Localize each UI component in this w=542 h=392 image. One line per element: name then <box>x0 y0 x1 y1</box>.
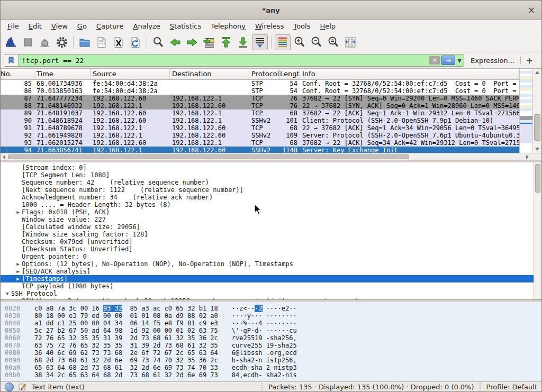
menu-capture[interactable]: Capture <box>92 21 129 31</box>
intelligent-scrollbar[interactable] <box>519 69 532 153</box>
hex-row[interactable]: 006072 76 65 32 35 35 31 39 2d 73 68 61 … <box>1 334 541 342</box>
profile-text[interactable]: Profile: Default <box>486 383 537 391</box>
details-vscrollbar[interactable] <box>534 162 541 299</box>
hex-row[interactable]: 00a065 63 64 68 2d 73 68 61 32 2d 6e 69 … <box>1 364 541 371</box>
menu-file[interactable]: File <box>3 21 24 31</box>
reload-file-icon[interactable] <box>128 34 143 50</box>
packet-row-90[interactable]: 9071.648618924192.168.122.60192.168.122.… <box>1 117 519 124</box>
detail-line[interactable]: Window size value: 227 <box>1 216 541 223</box>
go-to-top-icon[interactable] <box>218 34 234 50</box>
go-back-icon[interactable] <box>167 34 183 50</box>
go-to-packet-icon[interactable] <box>201 34 217 50</box>
menu-view[interactable]: View <box>47 21 73 31</box>
hex-row[interactable]: 0040a1 dd c1 25 00 00 04 34 06 14 f5 e8 … <box>1 320 541 327</box>
detail-line[interactable]: ▶[Timestamps] <box>1 275 541 282</box>
packet-row-88[interactable]: 8871.648146932192.168.122.1192.168.122.6… <box>1 102 519 110</box>
column-header-source[interactable]: Source <box>91 69 170 79</box>
detail-line[interactable]: [Calculated window size: 29056] <box>1 223 541 231</box>
capture-options-icon[interactable] <box>54 34 70 50</box>
packet-row-93[interactable]: 9371.662015274192.168.122.60192.168.122.… <box>1 139 519 147</box>
packet-row-91[interactable]: 9171.648789678192.168.122.1192.168.122.6… <box>1 124 519 132</box>
menu-help[interactable]: Help <box>315 21 340 31</box>
filter-clear-icon[interactable]: ✕ <box>429 56 440 65</box>
menu-telephony[interactable]: Telephony <box>206 21 250 31</box>
detail-line[interactable]: [Stream index: 0] <box>1 164 541 171</box>
packet-row-94[interactable]: 9471.663856741192.168.122.1192.168.122.6… <box>1 147 519 153</box>
column-header-no[interactable]: No. <box>1 69 34 79</box>
filter-apply-icon[interactable]: → <box>441 56 455 65</box>
menu-statistics[interactable]: Statistics <box>165 21 206 31</box>
menu-tools[interactable]: Tools <box>288 21 315 31</box>
column-header-info[interactable]: Info <box>300 69 519 79</box>
detail-line[interactable]: TCP payload (1080 bytes) <box>1 282 541 290</box>
menu-edit[interactable]: Edit <box>24 21 47 31</box>
menu-wireless[interactable]: Wireless <box>250 21 288 31</box>
detail-line[interactable]: Urgent pointer: 0 <box>1 253 541 260</box>
expander-closed-icon[interactable]: ▶ <box>14 275 22 282</box>
expander-closed-icon[interactable]: ▶ <box>14 208 22 216</box>
packet-row-85[interactable]: 8568.001734936fe:54:00:d4:38:2aSTP54Conf… <box>1 80 519 87</box>
detail-line[interactable]: ▼SSH Protocol <box>1 290 541 297</box>
expander-open-icon[interactable]: ▼ <box>4 290 11 297</box>
hex-row[interactable]: 009068 2d 73 68 61 32 2d 6e 69 73 74 70 … <box>1 357 541 364</box>
close-icon[interactable]: × <box>526 4 537 16</box>
expander-closed-icon[interactable]: ▶ <box>14 268 22 275</box>
scroll-up-icon[interactable] <box>535 71 539 74</box>
hex-row[interactable]: 00b038 34 2c 65 63 64 68 2d 73 68 61 32 … <box>1 371 541 379</box>
go-forward-icon[interactable] <box>184 34 200 50</box>
save-file-icon[interactable]: 01010110 <box>94 34 110 50</box>
expert-info-icon[interactable] <box>5 382 14 391</box>
menu-analyze[interactable]: Analyze <box>129 21 165 31</box>
column-header-time[interactable]: Time <box>34 69 91 79</box>
resize-columns-icon[interactable] <box>342 34 358 50</box>
expander-closed-icon[interactable]: ▶ <box>14 297 22 300</box>
open-file-icon[interactable] <box>77 34 93 50</box>
detail-line[interactable]: [TCP Segment Len: 1080] <box>1 171 541 179</box>
detail-line[interactable]: Sequence number: 42 (relative sequence n… <box>1 179 541 186</box>
zoom-out-icon[interactable] <box>309 34 324 50</box>
colorize-icon[interactable] <box>275 34 291 50</box>
auto-scroll-icon[interactable] <box>252 34 268 50</box>
stop-capture-icon[interactable] <box>20 34 36 50</box>
find-packet-icon[interactable] <box>150 34 166 50</box>
hex-row[interactable]: 00505c 27 b2 67 50 ad 64 98 1d 92 00 00 … <box>1 327 541 334</box>
column-header-length[interactable]: Length <box>280 69 300 79</box>
detail-line[interactable]: Checksum: 0x79ed [unverified] <box>1 238 541 245</box>
menu-go[interactable]: Go <box>73 21 92 31</box>
zoom-reset-icon[interactable] <box>326 34 341 50</box>
detail-line[interactable]: Acknowledgment number: 34 (relative ack … <box>1 194 541 201</box>
detail-line[interactable]: [Next sequence number: 1122 (relative se… <box>1 186 541 194</box>
details-scroll-thumb[interactable] <box>535 164 540 193</box>
scroll-right-icon[interactable] <box>526 155 529 159</box>
detail-line[interactable]: 1000 .... = Header Length: 32 bytes (8) <box>1 201 541 208</box>
restart-capture-icon[interactable] <box>37 34 53 50</box>
title-bar[interactable]: *any × <box>1 1 541 20</box>
packet-row-89[interactable]: 8971.648191037192.168.122.60192.168.122.… <box>1 110 519 117</box>
scroll-down-icon[interactable] <box>535 148 539 151</box>
capture-comment-icon[interactable] <box>18 382 26 391</box>
zoom-in-icon[interactable] <box>292 34 308 50</box>
packet-row-87[interactable]: 8771.647777234192.168.122.60192.168.122.… <box>1 95 519 102</box>
detail-line[interactable]: ▶Flags: 0x018 (PSH, ACK) <box>1 208 541 216</box>
hex-row[interactable]: 0020c0 a8 7a 3c 00 16 93 32 85 a3 ac c0 … <box>1 305 541 312</box>
vscroll-thumb[interactable] <box>534 114 540 141</box>
close-file-icon[interactable] <box>111 34 127 50</box>
packet-list-vscrollbar[interactable] <box>532 69 541 153</box>
detail-line[interactable]: [Window size scaling factor: 128] <box>1 231 541 238</box>
hex-row[interactable]: 008036 40 6c 69 62 73 73 68 2e 6f 72 67 … <box>1 349 541 357</box>
detail-line[interactable]: ▶[SEQ/ACK analysis] <box>1 268 541 275</box>
packet-list-hscrollbar[interactable] <box>1 153 541 160</box>
display-filter-input[interactable]: !tcp.port == 22 <box>19 57 429 65</box>
detail-line[interactable]: ▶SSH Version 2 (encryption:chacha20-poly… <box>1 297 541 300</box>
detail-line[interactable]: ▶Options: (12 bytes), No-Operation (NOP)… <box>1 260 541 268</box>
add-filter-button[interactable]: + <box>526 56 533 66</box>
scroll-left-icon[interactable] <box>3 155 5 159</box>
column-header-destination[interactable]: Destination <box>170 69 249 79</box>
packet-row-92[interactable]: 9271.661949820192.168.122.1192.168.122.6… <box>1 132 519 139</box>
hscroll-thumb[interactable] <box>8 154 409 159</box>
detail-line[interactable]: [Checksum Status: Unverified] <box>1 245 541 253</box>
go-to-bottom-icon[interactable] <box>235 34 251 50</box>
filter-bookmark-icon[interactable] <box>4 54 19 66</box>
column-header-protocol[interactable]: Protocol <box>249 69 280 79</box>
packet-row-86[interactable]: 8670.013850163fe:54:00:d4:38:2aSTP54Conf… <box>1 87 519 95</box>
